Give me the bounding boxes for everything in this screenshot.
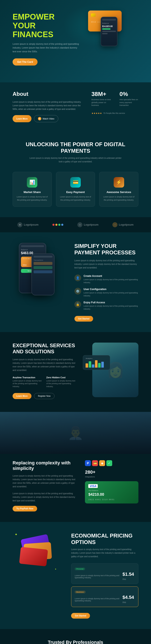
logo-2-icon: ◇ — [77, 222, 82, 227]
simplify-get-started-button[interactable]: Get Started — [74, 316, 93, 322]
service-anytime-title: Anytime Transaction — [12, 376, 43, 379]
about-buttons: Learn More ▶ Watch Video — [12, 115, 83, 122]
stat-0pct: 0% Hire specialist fees on every payment… — [120, 91, 139, 107]
feature-card-market: 📊 Market Share Lorem ipsum is simply dum… — [12, 172, 52, 207]
step-1-icon: 👤 — [74, 274, 81, 281]
digital-section: UNLOCKING THE POWER OF DIGITAL PAYMENTS … — [0, 131, 151, 217]
replace-desc-2: Lorem ipsum is simply dummy text of the … — [12, 492, 77, 502]
service-anytime-desc: Lorem ipsum is simply dummy text of the … — [12, 380, 43, 388]
feature-card-services: ⚡ Awesome Services Lorem ipsum is simply… — [99, 172, 139, 207]
hero-section: EMPOWER YOUR FINANCES Lorem ipsum is sim… — [0, 0, 151, 82]
exceptional-buttons: Learn More Register Now — [12, 393, 77, 399]
logo-3-text: Logolpsum — [119, 223, 133, 226]
logo-2-text: Logolpsum — [84, 223, 98, 226]
credit-card-stack — [18, 537, 56, 570]
logo-1-text: Logolpsum — [24, 223, 38, 226]
visa-amount: $4210.00 — [88, 492, 135, 497]
replace-section: 👨‍💼 Replacing complexity with simplicity… — [0, 412, 151, 522]
about-description: Lorem ipsum is simply dummy text of the … — [12, 100, 83, 111]
card-chip — [91, 14, 96, 17]
step-1-desc: Lorem ipsum is simply dummy text of the … — [84, 278, 139, 284]
plan-personal-label: Personal — [75, 568, 85, 570]
testimonial-title: Trusted By Professionals — [12, 640, 139, 644]
simplify-section: Balance $463.00 •••• •••• 8821 VISA Send… — [0, 232, 151, 332]
about-title: About — [12, 91, 83, 97]
replace-cta-button[interactable]: Try PayPath Now — [12, 506, 37, 512]
pricing-plan-business: Business Lorem ipsum is simply dummy tex… — [71, 586, 139, 607]
logo-1-icon: ◆ — [17, 222, 22, 227]
step-1-title: Create Account — [84, 274, 139, 278]
step-2-icon: ⚙️ — [74, 288, 81, 294]
payment-desc: Lorem ipsum is simply dummy text of the … — [60, 195, 92, 202]
service-hidden-desc: Lorem ipsum is simply dummy text of the … — [46, 380, 77, 388]
step-2-desc: Lorem ipsum is simply dummy text of the … — [84, 292, 139, 297]
hero-visual: 4912 •••• •••• 8821 Balance $14,823.00 — [84, 4, 143, 50]
services-desc: Lorem ipsum is simply dummy text of the … — [103, 195, 135, 202]
exceptional-register-button[interactable]: Register Now — [34, 393, 54, 399]
deco-star-1: ✦ — [15, 532, 17, 536]
integrations-icons-row: 𝗣 💳 ◆ ✓ — [85, 460, 139, 466]
payment-title: Easy Payment — [60, 190, 92, 194]
about-watch-video-button[interactable]: ▶ Watch Video — [34, 115, 58, 122]
visa-number: 2822 4441 2210 8831 — [88, 498, 135, 500]
simplify-content: SIMPLIFY YOUR PAYMENT PROCESSES Lorem ip… — [74, 243, 139, 322]
star-rating-row: ★★★★★ 75 People like this service — [91, 112, 139, 115]
exceptional-learn-more-button[interactable]: Learn More — [12, 393, 31, 399]
pricing-description: Lorem ipsum is simply dummy text of the … — [71, 548, 139, 558]
simplify-title: SIMPLIFY YOUR PAYMENT PROCESSES — [74, 243, 139, 256]
pricing-personal-row: Lorem ipsum is simply dummy text of the … — [75, 572, 135, 581]
integration-icon-4: ✓ — [106, 460, 112, 466]
hero-description: Lorem ipsum is simply dummy text of the … — [12, 42, 80, 53]
stats-row: 38M+ Business Done on time globally powe… — [91, 91, 139, 107]
exceptional-content: EXCEPTIONAL SERVICES AND SOLUTIONS Lorem… — [12, 342, 77, 399]
replace-row: Replacing complexity with simplicity Lor… — [12, 460, 139, 512]
integrations-count: 280+ — [85, 470, 139, 475]
testimonial-section: Trusted By Professionals Lorem ipsum is … — [0, 629, 151, 644]
deco-star-2: ✦ — [55, 568, 56, 570]
pricing-plan-personal: Personal Lorem ipsum is simply dummy tex… — [71, 563, 139, 584]
pricing-get-started-button[interactable]: Get Started — [71, 613, 90, 618]
about-section: About Lorem ipsum is simply dummy text o… — [0, 82, 151, 131]
market-icon: 📊 — [27, 177, 37, 188]
services-grid: Anytime Transaction Lorem ipsum is simpl… — [12, 376, 77, 388]
integration-icon-2: 💳 — [92, 460, 98, 466]
phone-top-bar — [102, 19, 116, 20]
step-3-title: Enjoy Full Access — [84, 301, 139, 304]
pricing-visual: ✦ ✦ — [12, 532, 61, 574]
plan-personal-price: $1.54 — [123, 572, 134, 577]
stat-0pct-value: 0% — [120, 91, 139, 98]
hero-title: EMPOWER YOUR FINANCES — [12, 12, 80, 39]
step-2: ⚙️ User Configuration Lorem ipsum is sim… — [74, 288, 139, 297]
logo-dots — [52, 224, 63, 226]
digital-subtitle: Lorem ipsum is simply dummy text of the … — [27, 156, 124, 164]
hero-cta-button[interactable]: Get The Card — [12, 58, 37, 66]
pricing-section: ✦ ✦ ECONOMICAL PRICING OPTIONS Lorem ips… — [0, 522, 151, 629]
visa-logo: VISA — [88, 484, 98, 488]
about-left: About Lorem ipsum is simply dummy text o… — [12, 91, 83, 122]
stacked-card-red — [19, 547, 48, 566]
service-hidden-title: Zero Hidden Cost — [46, 376, 77, 379]
market-desc: Lorem ipsum is simply dummy text of the … — [16, 195, 48, 202]
plan-business-label: Business — [75, 591, 86, 594]
services-title: Awesome Services — [103, 190, 135, 194]
stars: ★★★★★ — [91, 112, 102, 115]
dot-orange — [55, 224, 57, 226]
exceptional-description: Lorem ipsum is simply dummy text of the … — [12, 358, 77, 372]
about-learn-more-button[interactable]: Learn More — [12, 115, 31, 122]
step-3: 🔓 Enjoy Full Access Lorem ipsum is simpl… — [74, 301, 139, 310]
plan-business-price: $4.54 — [123, 595, 134, 600]
step-1: 👤 Create Account Lorem ipsum is simply d… — [74, 274, 139, 284]
pricing-title: ECONOMICAL PRICING OPTIONS — [71, 532, 139, 546]
replace-overlay: Replacing complexity with simplicity Lor… — [0, 454, 151, 522]
integration-icon-3: ◆ — [99, 460, 105, 466]
phone-large-front: Transactions — [31, 253, 54, 295]
exceptional-visual: 👩 Analytics — [85, 342, 139, 402]
stat-38m: 38M+ Business Done on time globally powe… — [91, 91, 111, 107]
replace-background-image: 👨‍💼 — [0, 412, 151, 454]
exceptional-title: EXCEPTIONAL SERVICES AND SOLUTIONS — [12, 342, 77, 355]
hero-phone-mock: Balance $14,823.00 — [101, 17, 118, 46]
replace-title: Replacing complexity with simplicity — [12, 460, 77, 471]
logo-1: ◆ Logolpsum — [17, 222, 38, 227]
pricing-content: ECONOMICAL PRICING OPTIONS Lorem ipsum i… — [71, 532, 139, 618]
digital-title: UNLOCKING THE POWER OF DIGITAL PAYMENTS — [12, 141, 139, 154]
